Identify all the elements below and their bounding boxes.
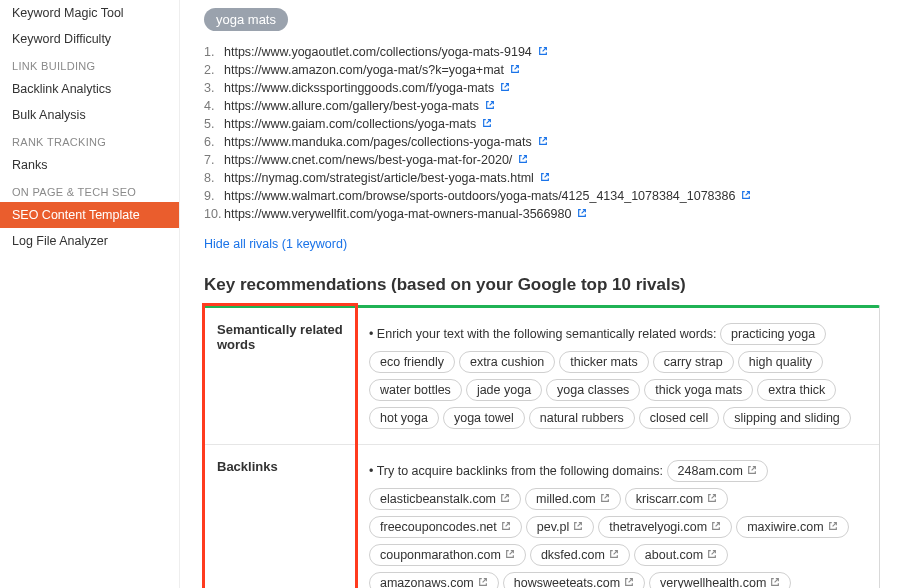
- pill[interactable]: practicing yoga: [720, 323, 826, 345]
- pill[interactable]: carry strap: [653, 351, 734, 373]
- external-link-icon[interactable]: [518, 153, 528, 167]
- pill[interactable]: thick yoga mats: [644, 379, 753, 401]
- external-link-icon[interactable]: [747, 464, 757, 478]
- rec-body-semantic: Enrich your text with the following sema…: [355, 308, 879, 444]
- sidebar-item[interactable]: Keyword Magic Tool: [0, 0, 179, 26]
- recommendations-box-wrap: Semantically related words Enrich your t…: [204, 305, 880, 588]
- key-recommendations-heading: Key recommendations (based on your Googl…: [204, 275, 880, 295]
- pill[interactable]: elasticbeanstalk.com: [369, 488, 521, 510]
- pill[interactable]: yoga towel: [443, 407, 525, 429]
- rival-link[interactable]: https://www.allure.com/gallery/best-yoga…: [224, 99, 479, 113]
- external-link-icon[interactable]: [505, 548, 515, 562]
- pill[interactable]: amazonaws.com: [369, 572, 499, 588]
- pill[interactable]: closed cell: [639, 407, 719, 429]
- rival-link[interactable]: https://www.cnet.com/news/best-yoga-mat-…: [224, 153, 512, 167]
- external-link-icon[interactable]: [485, 99, 495, 113]
- pill[interactable]: slipping and sliding: [723, 407, 851, 429]
- external-link-icon[interactable]: [707, 548, 717, 562]
- pill[interactable]: howsweeteats.com: [503, 572, 645, 588]
- sidebar-item[interactable]: Log File Analyzer: [0, 228, 179, 254]
- pill[interactable]: eco friendly: [369, 351, 455, 373]
- rival-result: https://www.amazon.com/yoga-mat/s?k=yoga…: [204, 61, 880, 79]
- rec-lead-semantic: Enrich your text with the following sema…: [369, 327, 717, 341]
- sidebar-item[interactable]: Keyword Difficulty: [0, 26, 179, 52]
- pill[interactable]: couponmarathon.com: [369, 544, 526, 566]
- sidebar: Keyword Magic ToolKeyword DifficultyLINK…: [0, 0, 180, 588]
- sidebar-group-title: ON PAGE & TECH SEO: [0, 178, 179, 202]
- pill[interactable]: natural rubbers: [529, 407, 635, 429]
- sidebar-item[interactable]: Bulk Analysis: [0, 102, 179, 128]
- rec-lead-backlinks: Try to acquire backlinks from the follow…: [369, 464, 663, 478]
- rival-link[interactable]: https://nymag.com/strategist/article/bes…: [224, 171, 534, 185]
- main-content: yoga mats https://www.yogaoutlet.com/col…: [180, 0, 900, 588]
- external-link-icon[interactable]: [510, 63, 520, 77]
- rec-row-semantic: Semantically related words Enrich your t…: [205, 308, 879, 444]
- pill[interactable]: thicker mats: [559, 351, 648, 373]
- pill[interactable]: jade yoga: [466, 379, 542, 401]
- rival-result: https://www.gaiam.com/collections/yoga-m…: [204, 115, 880, 133]
- sidebar-item[interactable]: Backlink Analytics: [0, 76, 179, 102]
- pill[interactable]: pev.pl: [526, 516, 594, 538]
- rival-link[interactable]: https://www.walmart.com/browse/sports-ou…: [224, 189, 735, 203]
- external-link-icon[interactable]: [711, 520, 721, 534]
- external-link-icon[interactable]: [624, 576, 634, 588]
- rival-link[interactable]: https://www.manduka.com/pages/collection…: [224, 135, 532, 149]
- external-link-icon[interactable]: [540, 171, 550, 185]
- rival-result: https://www.walmart.com/browse/sports-ou…: [204, 187, 880, 205]
- pill[interactable]: hot yoga: [369, 407, 439, 429]
- rival-link[interactable]: https://www.dickssportinggoods.com/f/yog…: [224, 81, 494, 95]
- rival-link[interactable]: https://www.gaiam.com/collections/yoga-m…: [224, 117, 476, 131]
- external-link-icon[interactable]: [573, 520, 583, 534]
- external-link-icon[interactable]: [482, 117, 492, 131]
- external-link-icon[interactable]: [500, 81, 510, 95]
- external-link-icon[interactable]: [478, 576, 488, 588]
- rival-result: https://www.verywellfit.com/yoga-mat-own…: [204, 205, 880, 223]
- rival-result: https://www.manduka.com/pages/collection…: [204, 133, 880, 151]
- pill[interactable]: yoga classes: [546, 379, 640, 401]
- pill[interactable]: kriscarr.com: [625, 488, 728, 510]
- rival-result: https://www.allure.com/gallery/best-yoga…: [204, 97, 880, 115]
- sidebar-group-title: LINK BUILDING: [0, 52, 179, 76]
- external-link-icon[interactable]: [770, 576, 780, 588]
- rec-label-backlinks: Backlinks: [205, 445, 355, 588]
- pill[interactable]: thetravelyogi.com: [598, 516, 732, 538]
- rival-result: https://nymag.com/strategist/article/bes…: [204, 169, 880, 187]
- external-link-icon[interactable]: [828, 520, 838, 534]
- rec-label-semantic: Semantically related words: [205, 308, 355, 444]
- external-link-icon[interactable]: [500, 492, 510, 506]
- external-link-icon[interactable]: [538, 45, 548, 59]
- external-link-icon[interactable]: [538, 135, 548, 149]
- pill[interactable]: 248am.com: [667, 460, 768, 482]
- rival-result: https://www.dickssportinggoods.com/f/yog…: [204, 79, 880, 97]
- top-rivals-list: https://www.yogaoutlet.com/collections/y…: [204, 43, 880, 223]
- rec-row-backlinks: Backlinks Try to acquire backlinks from …: [205, 444, 879, 588]
- rival-result: https://www.yogaoutlet.com/collections/y…: [204, 43, 880, 61]
- external-link-icon[interactable]: [577, 207, 587, 221]
- pill[interactable]: verywellhealth.com: [649, 572, 791, 588]
- keyword-chip[interactable]: yoga mats: [204, 8, 288, 31]
- rival-result: https://www.cnet.com/news/best-yoga-mat-…: [204, 151, 880, 169]
- pill[interactable]: about.com: [634, 544, 728, 566]
- pill[interactable]: high quality: [738, 351, 823, 373]
- sidebar-item[interactable]: SEO Content Template: [0, 202, 179, 228]
- rival-link[interactable]: https://www.yogaoutlet.com/collections/y…: [224, 45, 532, 59]
- sidebar-group-title: RANK TRACKING: [0, 128, 179, 152]
- external-link-icon[interactable]: [609, 548, 619, 562]
- pill[interactable]: freecouponcodes.net: [369, 516, 522, 538]
- pill[interactable]: milled.com: [525, 488, 621, 510]
- pill[interactable]: dksfed.com: [530, 544, 630, 566]
- external-link-icon[interactable]: [501, 520, 511, 534]
- recommendations-box: Semantically related words Enrich your t…: [204, 305, 880, 588]
- sidebar-item[interactable]: Ranks: [0, 152, 179, 178]
- external-link-icon[interactable]: [600, 492, 610, 506]
- external-link-icon[interactable]: [741, 189, 751, 203]
- pill[interactable]: extra cushion: [459, 351, 555, 373]
- pill[interactable]: extra thick: [757, 379, 836, 401]
- hide-rivals-link[interactable]: Hide all rivals (1 keyword): [204, 237, 347, 251]
- pill[interactable]: maxiwire.com: [736, 516, 848, 538]
- external-link-icon[interactable]: [707, 492, 717, 506]
- pill[interactable]: water bottles: [369, 379, 462, 401]
- rival-link[interactable]: https://www.verywellfit.com/yoga-mat-own…: [224, 207, 571, 221]
- rec-body-backlinks: Try to acquire backlinks from the follow…: [355, 445, 879, 588]
- rival-link[interactable]: https://www.amazon.com/yoga-mat/s?k=yoga…: [224, 63, 504, 77]
